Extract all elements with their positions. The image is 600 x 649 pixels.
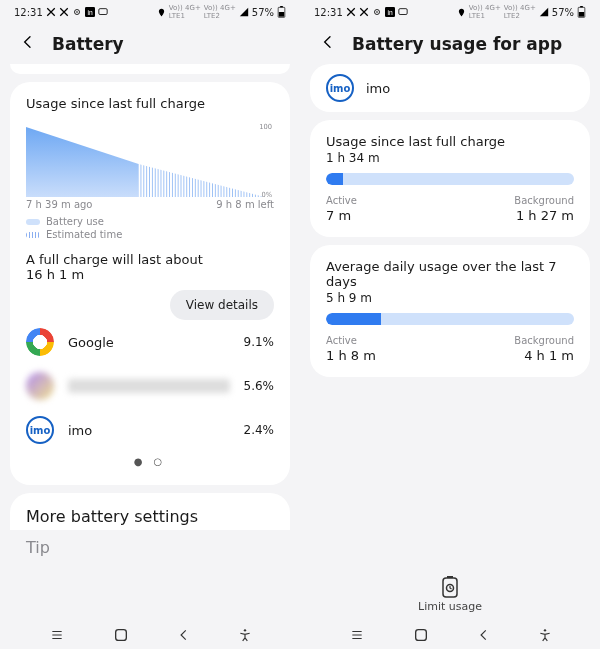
location-icon [157, 8, 166, 17]
signal-icon [239, 7, 249, 17]
card1-heading: Usage since last full charge [326, 134, 574, 149]
app-name: imo [68, 423, 230, 438]
full-charge-note: A full charge will last about 16 h 1 m [26, 252, 274, 282]
svg-point-14 [244, 629, 246, 631]
app-name: Google [68, 335, 230, 350]
chat-icon [98, 7, 108, 17]
status-time: 12:31 [14, 7, 43, 18]
app-name [68, 379, 230, 393]
app-name: imo [366, 81, 390, 96]
tip-peek: Tip [10, 538, 290, 557]
chart-legend: Battery use Estimated time [26, 216, 274, 240]
sim2-label: Vo)) 4G+LTE2 [504, 4, 536, 20]
chevron-left-icon [20, 34, 36, 50]
card2-bg-lbl: Background [514, 335, 574, 346]
svg-rect-13 [116, 630, 127, 641]
card2-total: 5 h 9 m [326, 291, 574, 305]
screen-app-usage: 12:31 in Vo)) 4G+LTE1 Vo)) 4G+LTE2 57% B… [300, 0, 600, 649]
svg-point-16 [376, 11, 378, 13]
svg-marker-10 [139, 164, 265, 197]
svg-point-27 [544, 629, 546, 631]
legend-swatch-est [26, 232, 40, 238]
card1-active-lbl: Active [326, 195, 357, 206]
limit-usage-button[interactable]: Limit usage [310, 576, 590, 621]
svg-rect-4 [99, 9, 107, 15]
svg-text:0%: 0% [262, 191, 273, 199]
blurred-icon [26, 372, 54, 400]
nav-recents[interactable] [48, 628, 66, 642]
legend-est: Estimated time [46, 229, 122, 240]
svg-text:in: in [387, 9, 392, 16]
nav-home[interactable] [413, 627, 429, 643]
nav-home[interactable] [113, 627, 129, 643]
signal-icon [539, 7, 549, 17]
screen-battery: 12:31 in Vo)) 4G+LTE1 Vo)) 4G+LTE2 57% B… [0, 0, 300, 649]
sim1-label: Vo)) 4G+LTE1 [469, 4, 501, 20]
back-button[interactable] [316, 30, 340, 58]
svg-point-1 [76, 11, 78, 13]
more-settings-label: More battery settings [26, 507, 198, 526]
app-pct: 5.6% [244, 379, 275, 393]
svg-marker-9 [26, 127, 139, 197]
status-bar: 12:31 in Vo)) 4G+LTE1 Vo)) 4G+LTE2 57% [0, 0, 300, 20]
chevron-left-icon [320, 34, 336, 50]
pager-dots[interactable]: ● ○ [26, 452, 274, 471]
x-icon [359, 7, 369, 17]
usage-since-charge-card: Usage since last full charge 1 h 34 m Ac… [310, 120, 590, 237]
card2-heading: Average daily usage over the last 7 days [326, 259, 574, 289]
card1-bar-fill [326, 173, 343, 185]
card1-total: 1 h 34 m [326, 151, 574, 165]
limit-usage-label: Limit usage [418, 600, 482, 613]
sim1-label: Vo)) 4G+LTE1 [169, 4, 201, 20]
gear-icon [372, 7, 382, 17]
more-settings-card[interactable]: More battery settings [10, 493, 290, 530]
svg-text:in: in [87, 9, 92, 16]
battery-icon [577, 6, 586, 18]
legend-use: Battery use [46, 216, 104, 227]
sim2-label: Vo)) 4G+LTE2 [204, 4, 236, 20]
nav-accessibility[interactable] [238, 628, 252, 642]
app-row-redacted[interactable]: 5.6% [26, 364, 274, 408]
page-title: Battery [52, 34, 124, 54]
google-icon [26, 328, 54, 356]
battery-limit-icon [441, 576, 459, 598]
battery-icon [277, 6, 286, 18]
x-icon [346, 7, 356, 17]
imo-icon: imo [326, 74, 354, 102]
imo-icon: imo [26, 416, 54, 444]
svg-rect-7 [279, 12, 284, 17]
app-pct: 9.1% [244, 335, 275, 349]
app-row-imo[interactable]: imo imo 2.4% [26, 408, 274, 452]
nav-bar [300, 621, 600, 649]
battery-chart[interactable]: 100 0% [26, 119, 274, 199]
status-bar: 12:31 in Vo)) 4G+LTE1 Vo)) 4G+LTE2 57% [300, 0, 600, 20]
usage-heading: Usage since last full charge [26, 96, 274, 111]
card2-active-lbl: Active [326, 335, 376, 346]
nav-accessibility[interactable] [538, 628, 552, 642]
x-icon [46, 7, 56, 17]
app-row-google[interactable]: Google 9.1% [26, 320, 274, 364]
app-pct: 2.4% [244, 423, 275, 437]
card2-bg-val: 4 h 1 m [524, 348, 574, 363]
card2-bar [326, 313, 574, 325]
back-button[interactable] [16, 30, 40, 58]
app-header-card: imo imo [310, 64, 590, 112]
nav-back[interactable] [477, 628, 491, 642]
chart-x-right: 9 h 8 m left [216, 199, 274, 210]
usage-card: Usage since last full charge 100 0% 7 h … [10, 82, 290, 485]
svg-rect-22 [579, 12, 584, 17]
linkedin-icon: in [385, 7, 395, 17]
avg-daily-card: Average daily usage over the last 7 days… [310, 245, 590, 377]
chat-icon [398, 7, 408, 17]
status-battery-pct: 57% [552, 7, 574, 18]
page-title: Battery usage for app [352, 34, 562, 54]
nav-back[interactable] [177, 628, 191, 642]
legend-swatch-use [26, 219, 40, 225]
x-icon [59, 7, 69, 17]
card1-bg-lbl: Background [514, 195, 574, 206]
nav-recents[interactable] [348, 628, 366, 642]
view-details-button[interactable]: View details [170, 290, 274, 320]
chart-x-left: 7 h 39 m ago [26, 199, 92, 210]
card2-bar-fill [326, 313, 381, 325]
full-line1: A full charge will last about [26, 252, 274, 267]
